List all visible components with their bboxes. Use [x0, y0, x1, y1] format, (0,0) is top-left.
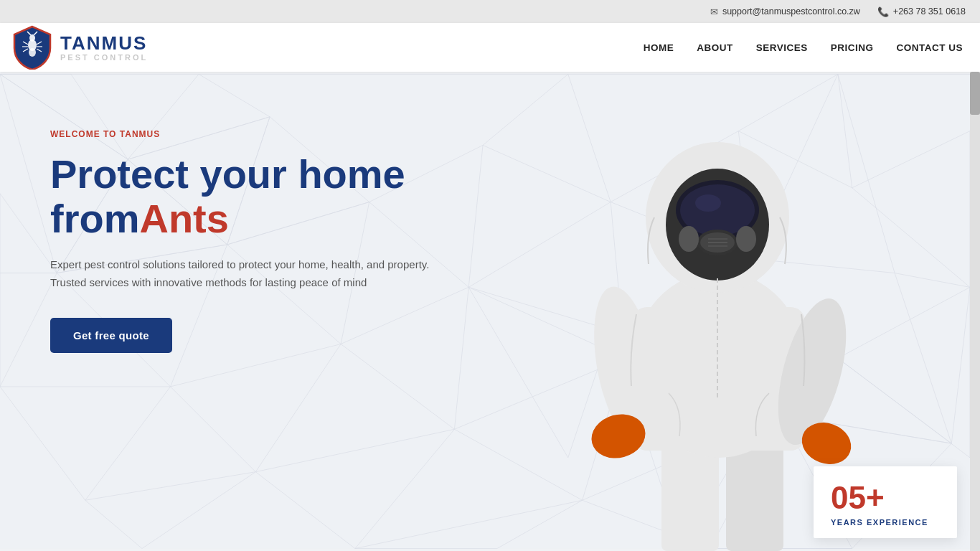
scrollbar-thumb[interactable] — [970, 72, 980, 115]
phone-text: +263 78 351 0618 — [893, 6, 966, 17]
svg-point-66 — [736, 226, 756, 252]
logo-text: TANMUS PEST CONTROL — [60, 33, 148, 62]
nav-services[interactable]: SERVICES — [756, 42, 808, 53]
logo-subtitle: PEST CONTROL — [60, 53, 148, 62]
hero-heading: Protect your home fromAnts — [50, 152, 459, 240]
hero-description: Expert pest control solutions tailored t… — [50, 256, 459, 292]
welcome-label: WELCOME TO TANMUS — [50, 129, 459, 139]
heading-line2-plain: from — [50, 196, 139, 241]
navbar: TANMUS PEST CONTROL HOME ABOUT SERVICES … — [0, 23, 980, 72]
nav-pricing[interactable]: PRICING — [831, 42, 874, 53]
logo-name: TANMUS — [60, 33, 148, 54]
scrollbar-track[interactable] — [970, 72, 980, 551]
nav-home[interactable]: HOME — [644, 42, 674, 53]
hero-content: WELCOME TO TANMUS Protect your home from… — [50, 129, 459, 353]
phone-icon: 📞 — [877, 6, 889, 17]
svg-point-59 — [695, 194, 721, 212]
stats-number: 05+ — [831, 482, 940, 514]
email-icon: ✉ — [710, 6, 718, 17]
stats-box: 05+ YEARS EXPERIENCE — [814, 466, 957, 538]
phone-contact: 📞 +263 78 351 0618 — [877, 6, 966, 17]
email-text: support@tanmuspestcontrol.co.zw — [722, 6, 860, 17]
stats-label: YEARS EXPERIENCE — [831, 518, 940, 527]
svg-point-2 — [29, 48, 36, 57]
svg-rect-49 — [633, 307, 805, 451]
nav-links: HOME ABOUT SERVICES PRICING CONTACT US — [644, 42, 963, 53]
logo-shield-icon — [11, 25, 53, 70]
logo: TANMUS PEST CONTROL — [11, 25, 148, 70]
svg-point-1 — [29, 34, 35, 42]
top-bar: ✉ support@tanmuspestcontrol.co.zw 📞 +263… — [0, 0, 980, 23]
svg-point-65 — [679, 226, 699, 252]
nav-about[interactable]: ABOUT — [697, 42, 733, 53]
nav-contact[interactable]: CONTACT US — [897, 42, 963, 53]
heading-line1: Protect your home — [50, 151, 405, 197]
heading-line2-highlight: Ants — [139, 196, 228, 241]
get-quote-button[interactable]: Get free quote — [50, 318, 172, 353]
email-contact: ✉ support@tanmuspestcontrol.co.zw — [710, 6, 860, 17]
hero-section: WELCOME TO TANMUS Protect your home from… — [0, 72, 970, 551]
